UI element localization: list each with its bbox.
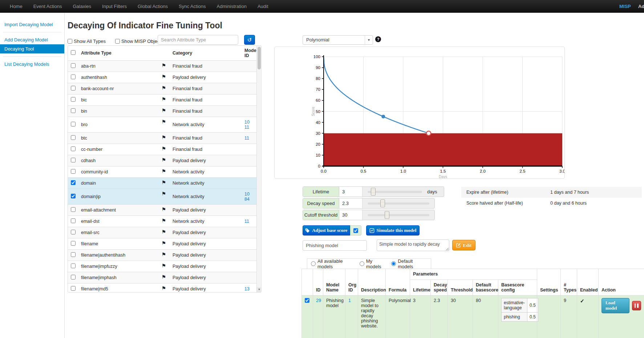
attribute-table-scrollbar[interactable]: ▼ <box>256 46 261 292</box>
row-checkbox[interactable] <box>71 86 76 90</box>
decay-speed-slider-handle[interactable] <box>380 200 385 207</box>
flag-icon[interactable]: ⚑ <box>161 157 166 163</box>
flag-icon[interactable]: ⚑ <box>161 108 166 113</box>
column-header-category[interactable]: Category <box>170 46 242 61</box>
row-checkbox[interactable] <box>71 169 76 174</box>
row-checkbox[interactable] <box>71 241 76 246</box>
flag-icon[interactable]: ⚑ <box>161 180 166 185</box>
row-checkbox[interactable] <box>71 122 76 126</box>
flag-icon[interactable]: ⚑ <box>161 229 166 235</box>
flag-icon[interactable]: ⚑ <box>161 263 166 269</box>
nav-item-sync-actions[interactable]: Sync Actions <box>173 0 211 13</box>
adjust-base-score-button[interactable]: Adjust base score <box>303 225 350 236</box>
search-attribute-input[interactable] <box>158 35 238 45</box>
simulate-model-button[interactable]: Simulate this model <box>366 225 420 236</box>
lifetime-value[interactable]: 3 <box>339 187 362 197</box>
flag-icon[interactable]: ⚑ <box>161 85 166 91</box>
flag-icon[interactable]: ⚑ <box>161 134 166 140</box>
row-checkbox[interactable] <box>71 194 76 198</box>
row-checkbox[interactable] <box>71 63 76 68</box>
radio-all-available-models-label[interactable]: All available models <box>317 258 355 269</box>
decay-speed-value[interactable]: 2.3 <box>339 198 362 208</box>
radio-all-available-models[interactable] <box>311 261 316 266</box>
flag-icon[interactable]: ⚑ <box>161 146 166 152</box>
adjust-base-score-checkbox[interactable] <box>353 228 358 233</box>
decay-chart-svg[interactable]: 01020304050607080901000.00.51.01.52.02.5… <box>275 47 564 178</box>
flag-icon[interactable]: ⚑ <box>161 274 166 280</box>
nav-item-global-actions[interactable]: Global Actions <box>132 0 173 13</box>
model-id-link[interactable]: 11 <box>244 125 249 130</box>
flag-icon[interactable]: ⚑ <box>161 252 166 257</box>
row-checkbox[interactable] <box>71 230 76 234</box>
show-misp-objects-label[interactable]: Show MISP Objects <box>121 39 163 44</box>
flag-icon[interactable]: ⚑ <box>161 206 166 212</box>
select-all-checkbox[interactable] <box>71 50 76 55</box>
formula-select[interactable]: Polynomial ▾ <box>303 35 373 45</box>
row-checkbox[interactable] <box>71 108 76 113</box>
nav-item-event-actions[interactable]: Event Actions <box>28 0 68 13</box>
row-checkbox[interactable] <box>71 158 76 162</box>
sidebar-item-add-decaying-model[interactable]: Add Decaying Model <box>0 35 64 44</box>
radio-default-models[interactable] <box>391 261 396 266</box>
radio-my-models-label[interactable]: My models <box>366 258 386 269</box>
model-id-link[interactable]: 11 <box>244 136 249 141</box>
model-description-textarea[interactable]: Simple model to rapidly decay <box>377 240 449 251</box>
row-checkbox[interactable] <box>71 218 76 223</box>
show-all-types-label[interactable]: Show All Types <box>74 39 106 44</box>
load-model-button[interactable]: Load model <box>602 298 629 313</box>
flag-icon[interactable]: ⚑ <box>161 119 166 125</box>
model-row-checkbox[interactable] <box>305 298 309 303</box>
misp-brand[interactable]: MISP <box>619 0 631 13</box>
flag-icon[interactable]: ⚑ <box>161 168 166 174</box>
row-checkbox[interactable] <box>71 207 76 212</box>
row-checkbox[interactable] <box>71 263 76 268</box>
flag-icon[interactable]: ⚑ <box>161 96 166 102</box>
model-id-link[interactable]: 13 <box>244 286 250 291</box>
model-id-link[interactable]: 29 <box>316 298 321 303</box>
nav-admin-partial[interactable]: Ad <box>638 0 644 13</box>
pause-model-button[interactable] <box>632 301 641 310</box>
decay-speed-slider[interactable] <box>368 198 429 208</box>
sidebar-item-decaying-tool[interactable]: Decaying Tool <box>0 44 64 53</box>
row-checkbox[interactable] <box>71 180 76 185</box>
cutoff-threshold-slider[interactable] <box>368 210 429 220</box>
lifetime-slider-handle[interactable] <box>371 188 376 196</box>
lifetime-slider[interactable] <box>368 187 422 197</box>
flag-icon[interactable]: ⚑ <box>161 218 166 224</box>
flag-icon[interactable]: ⚑ <box>161 191 166 197</box>
row-checkbox[interactable] <box>71 75 76 79</box>
edit-model-button[interactable]: Edit <box>452 240 475 250</box>
row-checkbox[interactable] <box>71 146 76 151</box>
sidebar-item-import-decaying-model[interactable]: Import Decaying Model <box>0 20 64 29</box>
help-icon[interactable]: ? <box>375 36 381 42</box>
nav-item-galaxies[interactable]: Galaxies <box>67 0 97 13</box>
nav-item-home[interactable]: Home <box>4 0 28 13</box>
nav-item-input-filters[interactable]: Input Filters <box>97 0 132 13</box>
sidebar-item-list-decaying-models[interactable]: List Decaying Models <box>0 60 64 69</box>
flag-icon[interactable]: ⚑ <box>161 285 166 291</box>
scrollbar-thumb[interactable] <box>258 47 261 69</box>
nav-item-administration[interactable]: Administration <box>211 0 252 13</box>
radio-my-models[interactable] <box>360 261 364 266</box>
model-id-link[interactable]: 10 <box>244 120 250 125</box>
row-checkbox[interactable] <box>71 97 76 102</box>
column-header-model-id[interactable]: Model ID <box>242 46 257 61</box>
flag-icon[interactable]: ⚑ <box>161 63 166 68</box>
show-misp-objects-checkbox[interactable] <box>115 39 120 44</box>
row-checkbox[interactable] <box>71 252 76 257</box>
column-header-attribute-type[interactable]: Attribute Type <box>78 46 170 61</box>
row-checkbox[interactable] <box>71 286 76 291</box>
model-id-link[interactable]: 10 <box>244 192 250 197</box>
show-all-types-checkbox[interactable] <box>68 39 72 44</box>
nav-item-audit[interactable]: Audit <box>252 0 274 13</box>
cutoff-threshold-value[interactable]: 30 <box>339 210 362 220</box>
row-checkbox[interactable] <box>71 275 76 279</box>
model-name-input[interactable] <box>303 240 367 251</box>
scrollbar-down-arrow[interactable]: ▼ <box>257 287 262 292</box>
row-checkbox[interactable] <box>71 135 76 140</box>
flag-icon[interactable]: ⚑ <box>161 240 166 246</box>
model-id-link[interactable]: 11 <box>244 219 249 224</box>
model-id-link[interactable]: 84 <box>244 197 250 202</box>
org-id-link[interactable]: 1 <box>348 298 351 303</box>
radio-default-models-label[interactable]: Default models <box>398 258 426 269</box>
